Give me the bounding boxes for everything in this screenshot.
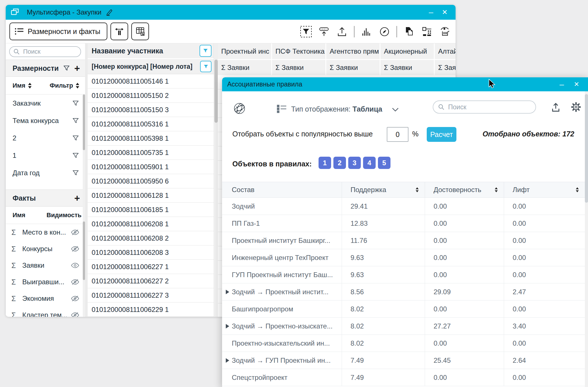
- compass-icon[interactable]: [378, 26, 390, 38]
- object-count-button[interactable]: 1: [319, 157, 331, 169]
- dimensions-facts-button[interactable]: Размерности и факты: [9, 23, 107, 40]
- dimension-row[interactable]: 1: [6, 147, 85, 164]
- participant-column-header[interactable]: Алтай: [435, 43, 456, 59]
- table-row[interactable]: 0101200008111006185 1: [88, 203, 214, 217]
- edit-title-icon[interactable]: [105, 8, 113, 16]
- tree-structure-icon[interactable]: [421, 26, 433, 38]
- rule-row[interactable]: Проектный институт Башкирг... 11.76 0.00…: [222, 232, 585, 249]
- sort-icon[interactable]: [575, 187, 579, 193]
- measure-header-cell[interactable]: Σ Заявки: [272, 60, 325, 75]
- expand-arrow-icon[interactable]: [226, 290, 229, 294]
- filter-funnel-icon[interactable]: [72, 100, 79, 107]
- column-filter-icon[interactable]: [200, 61, 212, 72]
- eye-off-icon[interactable]: [71, 295, 79, 302]
- fact-row[interactable]: Σ Кластер тем...: [6, 307, 85, 317]
- fact-row[interactable]: Σ Конкурсы: [6, 241, 85, 257]
- confidence-column-header[interactable]: Достоверность: [425, 182, 504, 197]
- filter-funnel-icon[interactable]: [72, 169, 79, 177]
- table-row[interactable]: 0101200008111005735 1: [88, 146, 214, 160]
- table-row[interactable]: 0101200008111006128 1: [88, 188, 214, 203]
- collapse-rows-icon[interactable]: [318, 26, 330, 38]
- eye-off-icon[interactable]: [71, 279, 79, 285]
- participant-column-header[interactable]: Агентство прям: [326, 43, 380, 59]
- chevron-down-icon[interactable]: [392, 108, 399, 112]
- table-row[interactable]: 0101200008111005146 1: [88, 74, 214, 88]
- rule-row[interactable]: ПП Газ-1 12.83 0.00 0.00: [222, 215, 585, 232]
- eye-off-icon[interactable]: [71, 245, 79, 252]
- measure-header-cell[interactable]: Σ Заявки: [380, 60, 434, 75]
- export-icon[interactable]: [550, 102, 561, 113]
- rule-row[interactable]: Спецстройпроект 7.49 0.00 0.00: [222, 369, 585, 386]
- object-count-button[interactable]: 5: [378, 157, 390, 169]
- fact-row[interactable]: Σ Экономия: [6, 290, 85, 307]
- measure-header-cell[interactable]: Σ Заявки: [218, 60, 271, 75]
- table-row[interactable]: 0101200008111006229 1: [88, 303, 214, 317]
- measure-header-cell[interactable]: Σ Заявки: [435, 60, 456, 75]
- column-width-button[interactable]: [110, 23, 128, 40]
- bar-chart-icon[interactable]: [361, 26, 372, 38]
- dimensions-scrollbar[interactable]: [83, 94, 85, 224]
- table-vertical-scrollbar[interactable]: [214, 43, 218, 317]
- name-column-header[interactable]: Имя: [13, 82, 32, 89]
- watch-view-icon[interactable]: [439, 26, 451, 38]
- dimensions-filter-icon[interactable]: [63, 64, 70, 72]
- close-button[interactable]: ✕: [439, 5, 450, 20]
- table-row[interactable]: 0101200008111005316 1: [88, 117, 214, 131]
- filter-funnel-icon[interactable]: [72, 134, 79, 142]
- expand-arrow-icon[interactable]: [226, 358, 229, 363]
- column-filter-icon[interactable]: [200, 45, 212, 57]
- table-row[interactable]: 0101200008111006208 3: [88, 245, 214, 260]
- filter-funnel-icon[interactable]: [72, 152, 79, 159]
- eye-icon[interactable]: [71, 262, 79, 269]
- rule-row[interactable]: Зодчий → Проектный инстит... 8.56 29.09 …: [222, 283, 585, 301]
- fact-row[interactable]: Σ Заявки: [6, 257, 85, 274]
- sort-icon[interactable]: [494, 187, 498, 193]
- participant-column-header[interactable]: ПСФ Тектоника: [272, 43, 325, 59]
- rule-row[interactable]: Инженерный центр ТехПроект 9.63 0.00 0.0…: [222, 249, 585, 266]
- sort-icon[interactable]: [415, 187, 419, 193]
- table-row[interactable]: 0101200008111005950 6: [88, 174, 214, 188]
- filter-panel-icon[interactable]: [300, 26, 312, 38]
- dialog-close-button[interactable]: ✕: [571, 77, 582, 91]
- popularity-input[interactable]: [387, 127, 408, 142]
- minimize-button[interactable]: –: [425, 5, 437, 20]
- table-row[interactable]: 0101200008111005398 1: [88, 131, 214, 146]
- dialog-minimize-button[interactable]: –: [556, 77, 567, 91]
- add-fact-button[interactable]: +: [74, 193, 80, 203]
- object-count-button[interactable]: 3: [348, 157, 361, 169]
- participant-column-header[interactable]: Акционерный: [380, 43, 434, 59]
- filter-funnel-icon[interactable]: [72, 117, 79, 124]
- table-row[interactable]: 0101200008111006227 3: [88, 288, 214, 303]
- participant-name-header[interactable]: Название участника: [88, 43, 214, 59]
- support-column-header[interactable]: Поддержка: [342, 182, 425, 197]
- fact-row[interactable]: Σ Место в кон...: [6, 224, 85, 241]
- sidebar-search[interactable]: [9, 46, 81, 57]
- rule-row[interactable]: Зодчий → ГУП Проектный ин... 7.49 25.45 …: [222, 352, 585, 369]
- sidebar-search-input[interactable]: [23, 48, 78, 56]
- table-row[interactable]: 0101200008111005150 3: [88, 103, 214, 117]
- table-row[interactable]: 0101200008111006208 2: [88, 231, 214, 245]
- table-row[interactable]: 0101200008111005150 2: [88, 88, 214, 103]
- object-count-button[interactable]: 4: [363, 157, 376, 169]
- facts-scrollbar[interactable]: [83, 221, 85, 317]
- dimension-row[interactable]: Заказчик: [6, 94, 85, 112]
- rule-row[interactable]: Проектно-изыскательский ин... 8.02 0.00 …: [222, 335, 585, 352]
- table-row[interactable]: 0101200008111006227 1: [88, 260, 214, 274]
- fact-row[interactable]: Σ Выигравши...: [6, 274, 85, 290]
- dialog-search-input[interactable]: [448, 103, 532, 111]
- add-dimension-button[interactable]: +: [74, 63, 80, 73]
- rule-row[interactable]: ГУП Проектный институт Баш... 9.63 0.00 …: [222, 266, 585, 283]
- dialog-search[interactable]: [433, 100, 536, 114]
- calculate-button[interactable]: Расчет: [427, 127, 456, 142]
- eye-off-icon[interactable]: [71, 312, 79, 317]
- filter-column-header[interactable]: Фильтр: [50, 82, 80, 89]
- composition-column-header[interactable]: Состав: [222, 182, 342, 197]
- table-export-button[interactable]: [131, 23, 149, 40]
- object-count-button[interactable]: 2: [333, 157, 346, 169]
- participant-column-header[interactable]: Проектный инс: [218, 43, 271, 59]
- upload-icon[interactable]: [336, 26, 348, 38]
- rule-row[interactable]: Зодчий → Проектно-изыскате... 8.02 27.27…: [222, 318, 585, 335]
- globe-icon[interactable]: [233, 102, 246, 115]
- dimension-row[interactable]: 2: [6, 129, 85, 147]
- copy-report-icon[interactable]: [403, 26, 415, 38]
